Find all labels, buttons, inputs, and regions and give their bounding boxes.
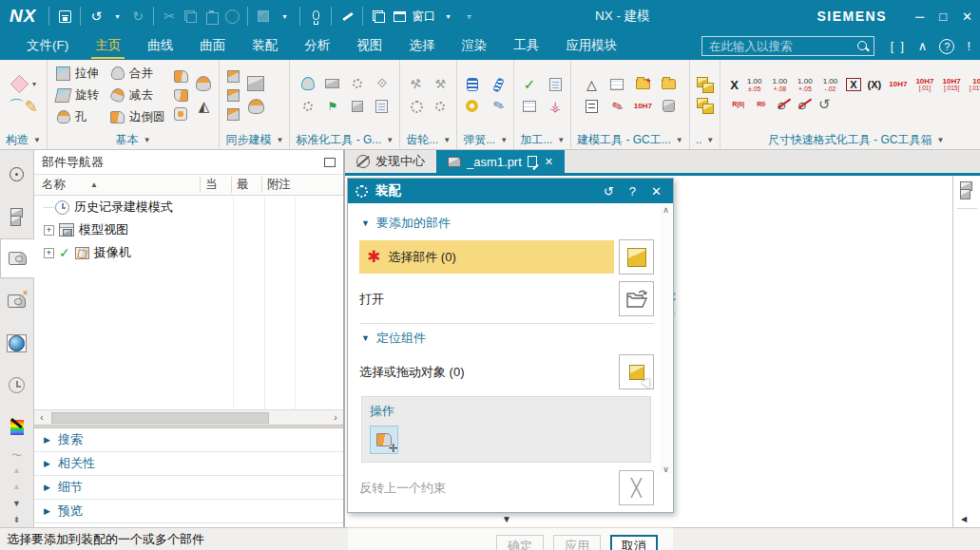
undo-button[interactable]: ↺	[86, 5, 106, 28]
more-tabs-button[interactable]: ⇟	[1, 513, 33, 527]
close-tab-icon[interactable]: ✕	[545, 156, 553, 168]
dim-brush-button[interactable]: ✎	[609, 99, 625, 114]
ok-button[interactable]: 确定	[496, 535, 544, 550]
group-dropdown[interactable]: ▼	[33, 136, 41, 144]
add-points-folder-button[interactable]: +	[635, 77, 650, 92]
process-sheet-button[interactable]	[548, 77, 563, 92]
menu-tools[interactable]: 工具	[500, 32, 552, 61]
verify-button[interactable]: ✓	[522, 77, 537, 92]
chamfer-button[interactable]	[173, 68, 188, 84]
web-browser-tab[interactable]	[1, 323, 33, 363]
save-button[interactable]	[54, 5, 75, 28]
subtract-button[interactable]: 减去	[107, 86, 168, 104]
group-dropdown[interactable]: ▼	[936, 136, 944, 144]
redo-button[interactable]: ↻	[127, 5, 148, 28]
undo-dropdown[interactable]: ▾	[106, 5, 127, 28]
extrude-button[interactable]: 拉伸	[53, 65, 102, 83]
history-tab[interactable]	[1, 365, 33, 405]
touch-mode-button[interactable]	[336, 5, 357, 28]
process-studio-tab[interactable]	[1, 408, 33, 447]
group-dropdown[interactable]: ▼	[443, 136, 451, 144]
section-search[interactable]: ▶搜索	[34, 428, 343, 452]
scroll-tabs-down-button[interactable]: ▼	[1, 496, 33, 510]
column-current[interactable]: 当	[200, 177, 231, 193]
group-dropdown[interactable]: ▼	[706, 136, 714, 144]
hole-table-button[interactable]	[609, 77, 625, 92]
part-display-dropdown[interactable]: ▾	[274, 5, 295, 28]
bounding-body-button[interactable]	[300, 76, 316, 91]
collapse-strip-icon[interactable]: ◀	[961, 515, 967, 523]
window-layout-button[interactable]	[389, 5, 410, 28]
revolve-button[interactable]: 旋转	[53, 86, 102, 104]
layer-settings-button[interactable]	[325, 76, 340, 91]
move-face-button[interactable]	[225, 68, 240, 84]
diameter-strike-button[interactable]: ⌀	[778, 97, 785, 112]
dialog-expand-button[interactable]: ▼	[359, 512, 654, 527]
dim-tolerance-3-button[interactable]: 1.00+.05	[796, 78, 815, 92]
section-parts-to-add[interactable]: ▼ 要添加的部件	[361, 215, 654, 232]
copy-button[interactable]	[180, 5, 201, 28]
resize-blend-button[interactable]	[246, 97, 265, 116]
scroll-tabs-up2-button[interactable]: ▲	[1, 480, 33, 494]
dim-boxed-button[interactable]: X	[846, 78, 860, 91]
window-menu-dropdown[interactable]: ▾	[437, 5, 458, 28]
dim-radius-format-button[interactable]: R|0|	[732, 101, 744, 107]
tree-row-history-mode[interactable]: 历史记录建模模式	[34, 196, 343, 218]
attribute-tag-button[interactable]: ⟐	[375, 76, 390, 91]
part-stack-icon[interactable]	[958, 181, 975, 199]
revert-constraint-button[interactable]: ╳	[619, 470, 654, 505]
diameter-strike-2-button[interactable]: ⌀	[798, 97, 806, 112]
yellow-parts-button[interactable]	[697, 77, 712, 92]
help-button[interactable]: ?	[939, 39, 954, 54]
part-display-button[interactable]	[253, 5, 274, 28]
group-dropdown[interactable]: ▼	[676, 136, 683, 144]
menu-application[interactable]: 应用模块	[552, 32, 630, 61]
minimize-button[interactable]: ─	[915, 9, 924, 24]
triangle-symbol-button[interactable]: △	[584, 77, 599, 92]
scroll-left-icon[interactable]: ‹	[34, 412, 49, 423]
dim-tolerance-1-button[interactable]: 1.00±.05	[745, 78, 764, 92]
dialog-scrollbar[interactable]: ∧ ∨	[660, 205, 672, 474]
menu-assemblies[interactable]: 装配	[239, 32, 291, 61]
open-part-button[interactable]	[619, 281, 654, 316]
close-button[interactable]: ✕	[962, 9, 972, 24]
column-comment[interactable]: 附注	[261, 177, 343, 193]
menu-home[interactable]: 主页	[82, 32, 134, 61]
dim-tolerance-4-button[interactable]: 1.00-.02	[821, 78, 840, 92]
edge-blend-button[interactable]: 边倒圆	[107, 108, 168, 126]
tab-discovery-center[interactable]: 发现中心	[345, 150, 436, 173]
customize-quick-access-button[interactable]: ▿	[458, 5, 479, 28]
dim-radius-format-2-button[interactable]: R0	[757, 101, 765, 107]
scroll-right-icon[interactable]: ›	[328, 412, 343, 423]
mirror-feature-button[interactable]: ◭	[194, 97, 213, 116]
menu-surface[interactable]: 曲面	[186, 32, 239, 61]
section-details[interactable]: ▶细节	[34, 476, 343, 500]
dim-reference-button[interactable]: (X)	[868, 79, 882, 90]
hole-button[interactable]: 孔	[53, 108, 102, 126]
window-menu-button[interactable]: 窗口	[410, 5, 437, 28]
group-dropdown[interactable]: ▼	[386, 136, 394, 144]
sketch-plane-button[interactable]	[10, 74, 29, 93]
command-search-box[interactable]	[701, 36, 874, 56]
apply-button[interactable]: 应用	[553, 535, 601, 550]
command-search-input[interactable]	[709, 40, 856, 53]
command-finder-button[interactable]: !	[967, 39, 970, 53]
dialog-help-button[interactable]: ?	[625, 184, 640, 199]
offset-region-button[interactable]	[246, 74, 265, 93]
scroll-tabs-up-button[interactable]: ▲	[1, 463, 33, 477]
column-latest[interactable]: 最	[231, 177, 261, 193]
note-button[interactable]	[584, 99, 599, 114]
model-check-button[interactable]: ⚑	[325, 99, 340, 114]
dim-fit-1-button[interactable]: 10H7	[888, 81, 908, 88]
scroll-down-icon[interactable]: ∨	[663, 465, 669, 474]
voice-command-button[interactable]	[305, 5, 326, 28]
scroll-up-icon[interactable]: ∧	[663, 205, 669, 215]
fit-finder-button[interactable]: 10H7	[635, 99, 650, 114]
reset-format-button[interactable]: ↺	[818, 96, 831, 113]
tab-asm1-prt[interactable]: _asm1.prt ✕	[436, 150, 565, 173]
minimize-ribbon-button[interactable]: ∧	[918, 39, 928, 53]
menu-selection[interactable]: 选择	[395, 32, 448, 61]
group-dropdown[interactable]: ▼	[557, 136, 565, 144]
reuse-library-tab[interactable]	[1, 280, 33, 320]
copy-doc-button[interactable]	[375, 99, 390, 114]
